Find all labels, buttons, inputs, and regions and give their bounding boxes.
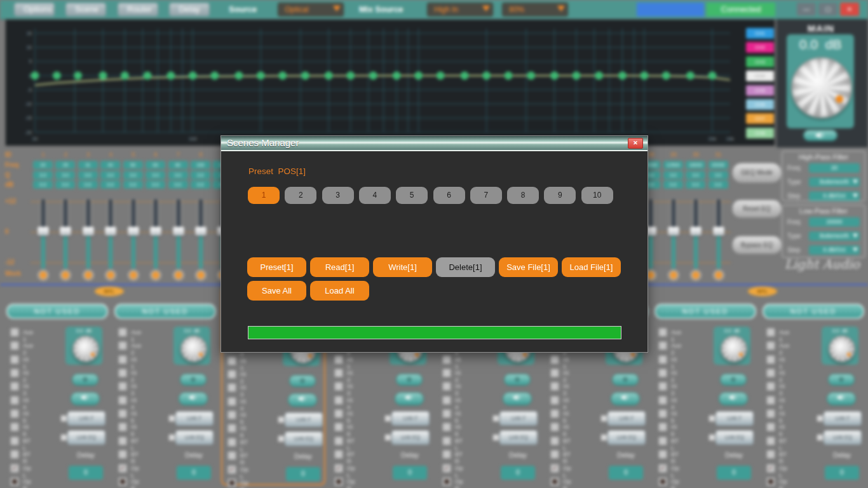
- band-gain-value[interactable]: 0.0: [146, 180, 165, 189]
- fader-handle[interactable]: [150, 227, 161, 236]
- fader-handle[interactable]: [60, 227, 71, 236]
- strip-routing-header[interactable]: NOT USED: [654, 304, 756, 319]
- options-button[interactable]: Options: [14, 3, 55, 17]
- input-checkbox-hi-1[interactable]: [766, 355, 775, 364]
- eq-band-dot[interactable]: [278, 72, 287, 80]
- input-checkbox-hi-4[interactable]: [550, 396, 559, 405]
- input-checkbox-bt-r[interactable]: [766, 450, 775, 459]
- link-checkbox[interactable]: [384, 434, 391, 441]
- band-gain-value[interactable]: 0.0: [663, 180, 683, 189]
- fader-handle[interactable]: [37, 227, 49, 236]
- link-checkbox[interactable]: [492, 434, 499, 441]
- input-checkbox-hi-2[interactable]: [227, 370, 236, 379]
- band-freq-value[interactable]: 80: [168, 161, 188, 169]
- reset-eq-button[interactable]: Reset EQ: [732, 200, 782, 218]
- input-checkbox-hi-5[interactable]: [766, 409, 775, 418]
- band-gain-value[interactable]: 0.0: [55, 180, 75, 189]
- save-all-button[interactable]: Save All: [247, 281, 306, 301]
- input-checkbox-hi-5[interactable]: [658, 409, 667, 418]
- input-checkbox-hi-5[interactable]: [334, 409, 343, 418]
- input-checkbox-bt-l[interactable]: [658, 437, 667, 445]
- eq-band-dot[interactable]: [31, 72, 39, 80]
- band-fader[interactable]: [80, 189, 97, 283]
- eq-band-dot[interactable]: [144, 72, 152, 80]
- dialog-title-bar[interactable]: Scenes Manager ✕: [221, 136, 648, 151]
- band-fader[interactable]: [665, 189, 682, 283]
- input-checkbox-aux-1[interactable]: [658, 328, 667, 337]
- input-checkbox-hi-2[interactable]: [118, 369, 127, 377]
- band-q-value[interactable]: 3.0: [663, 171, 683, 179]
- band-fader[interactable]: [147, 189, 164, 283]
- link-button-link-f[interactable]: Link F: [175, 411, 214, 426]
- read-1-button[interactable]: Read[1]: [310, 257, 369, 277]
- band-freq-value[interactable]: 31: [78, 161, 98, 169]
- strip-routing-header[interactable]: NOT USED: [763, 304, 864, 319]
- band-gain-value[interactable]: 0.0: [33, 180, 53, 189]
- delay-value[interactable]: 0: [717, 466, 751, 480]
- input-checkbox-aux-2[interactable]: [10, 341, 19, 350]
- eq-response-graph[interactable]: 151050-5-10-15-202010020k24k: [5, 19, 775, 146]
- band-fader[interactable]: [57, 189, 74, 283]
- link-checkbox[interactable]: [600, 434, 607, 441]
- input-checkbox-hi-4[interactable]: [658, 396, 667, 405]
- channel-button-ch3[interactable]: CH3: [746, 57, 774, 67]
- band-fader[interactable]: [710, 189, 727, 283]
- band-freq-value[interactable]: 63: [146, 161, 165, 169]
- link-button-link-eq[interactable]: Link EQ: [499, 430, 538, 445]
- hpf-type-dropdown[interactable]: Butterworth: [809, 177, 860, 187]
- band-q-value[interactable]: 3.0: [709, 171, 728, 179]
- preset-slot-9[interactable]: 9: [544, 187, 576, 204]
- eq-band-dot[interactable]: [121, 72, 129, 80]
- level-dropdown[interactable]: 80%: [502, 3, 568, 17]
- input-checkbox-bt-l[interactable]: [10, 437, 19, 445]
- mute-button[interactable]: [395, 392, 424, 405]
- eq-band-dot[interactable]: [595, 72, 603, 80]
- link-checkbox[interactable]: [492, 415, 499, 422]
- input-checkbox-hi-2[interactable]: [658, 369, 667, 377]
- channel-gain-knob[interactable]: [180, 336, 207, 362]
- eq-band-dot[interactable]: [437, 72, 445, 80]
- link-button-link-f[interactable]: Link F: [607, 411, 646, 426]
- mute-button[interactable]: [503, 392, 532, 405]
- phase-button[interactable]: Φ: [720, 374, 747, 386]
- band-q-value[interactable]: 3.0: [100, 171, 120, 179]
- eq-band-dot[interactable]: [686, 72, 695, 80]
- fader-handle[interactable]: [690, 227, 702, 236]
- band-freq-value[interactable]: 40: [100, 161, 120, 169]
- link-checkbox[interactable]: [384, 415, 391, 422]
- delay-value[interactable]: 0: [609, 466, 643, 480]
- input-checkbox-bt-r[interactable]: [118, 450, 127, 459]
- input-checkbox-op-l[interactable]: ✓: [10, 464, 19, 473]
- input-checkbox-bt-l[interactable]: [442, 437, 451, 445]
- link-checkbox[interactable]: [168, 434, 175, 441]
- maximize-button[interactable]: ▢: [818, 3, 837, 16]
- input-checkbox-hi-4[interactable]: [766, 396, 775, 405]
- eq-band-dot[interactable]: [301, 72, 309, 80]
- link-checkbox[interactable]: [278, 435, 285, 442]
- band-q-value[interactable]: 3.0: [55, 171, 75, 179]
- preset-slot-5[interactable]: 5: [396, 187, 428, 204]
- input-checkbox-hi-6[interactable]: [118, 423, 127, 431]
- input-checkbox-aux-1[interactable]: [766, 328, 775, 337]
- band-fader[interactable]: [102, 189, 119, 283]
- input-checkbox-bt-r[interactable]: [550, 450, 559, 459]
- delay-value[interactable]: 0: [825, 466, 859, 480]
- link-checkbox[interactable]: [60, 415, 67, 422]
- bypass-eq-button[interactable]: Bypass EQ: [732, 236, 782, 254]
- input-checkbox-bt-r[interactable]: [227, 451, 236, 460]
- channel-gain-knob[interactable]: [829, 336, 855, 362]
- mute-button[interactable]: [719, 392, 748, 405]
- eq-band-dot[interactable]: [527, 72, 535, 80]
- link-checkbox[interactable]: [709, 434, 715, 441]
- input-checkbox-hi-4[interactable]: [442, 396, 451, 405]
- input-checkbox-hi-3[interactable]: [658, 382, 667, 391]
- main-gain-knob[interactable]: [791, 57, 852, 118]
- input-checkbox-op-r[interactable]: [550, 477, 559, 486]
- geq-mode-button[interactable]: GEQ Mode: [732, 163, 782, 183]
- input-checkbox-hi-1[interactable]: [118, 355, 127, 364]
- input-checkbox-hi-3[interactable]: [334, 382, 343, 391]
- band-gain-value[interactable]: 0.0: [709, 180, 728, 189]
- scene-button[interactable]: Scene: [65, 3, 106, 17]
- band-gain-value[interactable]: 0.0: [123, 180, 143, 189]
- fader-handle[interactable]: [83, 227, 94, 236]
